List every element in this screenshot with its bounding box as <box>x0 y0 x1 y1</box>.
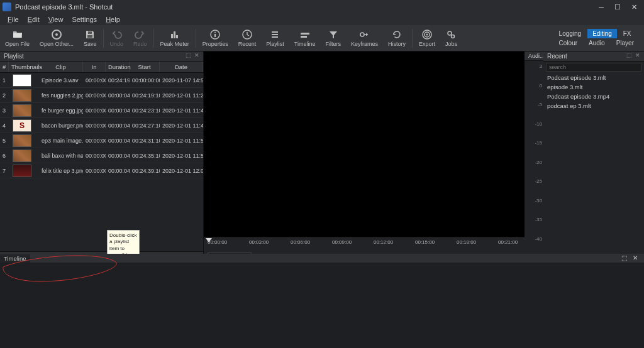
svg-point-16 <box>426 34 428 36</box>
video-preview[interactable] <box>204 52 525 237</box>
maximize-button[interactable]: ☐ <box>614 3 621 11</box>
svg-rect-12 <box>301 36 307 38</box>
ruler-tick: 00:09:00 <box>332 239 352 245</box>
open-other-button[interactable]: Open Other... <box>35 28 79 48</box>
layout-colour[interactable]: Colour <box>554 38 582 48</box>
menu-edit[interactable]: Edit <box>24 16 43 23</box>
gears-icon <box>445 29 457 40</box>
minimize-button[interactable]: ─ <box>597 3 605 11</box>
playlist-header-row: # Thumbnails Clip In Duration Start Date <box>0 62 203 73</box>
close-button[interactable]: ✕ <box>630 3 638 11</box>
peak-meter-button[interactable]: Peak Meter <box>155 28 194 48</box>
ruler-tick: 00:15:00 <box>415 239 435 245</box>
preview-panel: 00:00:0000:03:0000:06:0000:09:0000:12:00… <box>204 52 525 271</box>
thumbnail: S <box>13 119 31 132</box>
keyframes-button[interactable]: Keyframes <box>346 28 383 48</box>
recent-panel: Recent ⬚✕ Podcast episode 3.mltepisode 3… <box>543 52 644 271</box>
titlebar: Podcast episode 3.mlt - Shotcut ─ ☐ ✕ <box>0 0 644 14</box>
thumbnail <box>13 150 31 162</box>
panel-float-icon[interactable]: ⬚ <box>621 254 630 262</box>
svg-point-13 <box>360 33 364 36</box>
panel-close-icon[interactable]: ✕ <box>194 53 201 59</box>
recent-search-input[interactable] <box>546 63 641 72</box>
target-icon <box>421 29 433 40</box>
audio-scale: 30-5-10-15-20-25-30-35-40-50 <box>525 61 543 263</box>
playlist-title: Playlist <box>0 52 203 62</box>
menu-settings[interactable]: Settings <box>68 16 101 23</box>
ruler-tick: 00:18:00 <box>457 239 476 245</box>
timeline-title: Timeline <box>0 254 30 263</box>
open-file-button[interactable]: Open File <box>0 28 35 48</box>
svg-point-18 <box>452 35 455 38</box>
playlist-body: 1Episode 3.wav00:00:00:0000:24:19:1000:0… <box>0 73 203 251</box>
funnel-icon <box>328 29 339 40</box>
list-item[interactable]: podcast ep 3.mlt <box>543 101 644 111</box>
undo-button[interactable]: Undo <box>105 28 129 48</box>
list-item[interactable]: episode 3.mlt <box>543 82 644 92</box>
layout-editing[interactable]: Editing <box>587 29 617 38</box>
table-row[interactable]: 7felix title ep 3.png00:00:00:0000:00:04… <box>0 163 203 178</box>
svg-rect-8 <box>214 34 216 37</box>
panel-float-icon[interactable]: ⬚ <box>626 53 633 59</box>
thumbnail <box>13 134 31 147</box>
thumbnail <box>13 74 31 87</box>
folder-open-icon <box>12 29 23 40</box>
list-item[interactable]: Podcast episode 3.mlt <box>543 73 644 82</box>
list-item[interactable]: Podcast episode 3.mp4 <box>543 92 644 101</box>
save-icon <box>84 29 96 40</box>
history-button[interactable]: History <box>383 28 411 48</box>
layout-switcher: Logging Editing FX Colour Audio Player <box>554 29 644 48</box>
app-icon <box>3 3 11 11</box>
table-row[interactable]: 6bali baxo with name.jpg00:00:00:0000:00… <box>0 148 203 163</box>
svg-point-1 <box>55 33 58 36</box>
panel-float-icon[interactable]: ⬚ <box>186 53 192 59</box>
lower-area: Timeline ⬚ ✕ <box>0 254 644 348</box>
playlist-panel: Playlist ⬚✕ # Thumbnails Clip In Duratio… <box>0 52 204 271</box>
table-row[interactable]: 1Episode 3.wav00:00:00:0000:24:19:1000:0… <box>0 73 203 88</box>
ruler-tick: 00:12:00 <box>374 239 393 245</box>
ruler-tick: 00:00:00 <box>208 239 227 245</box>
menu-file[interactable]: File <box>4 16 23 23</box>
layout-player[interactable]: Player <box>611 38 639 48</box>
svg-rect-4 <box>171 34 173 38</box>
timeline-body[interactable] <box>0 263 644 338</box>
audio-meter-panel: Audi... 30-5-10-15-20-25-30-35-40-50 L R <box>525 52 543 271</box>
key-icon <box>358 29 370 40</box>
main-toolbar: Open File Open Other... Save Undo Redo P… <box>0 25 644 52</box>
filters-button[interactable]: Filters <box>320 28 346 48</box>
meter-icon <box>169 29 180 40</box>
thumbnail <box>13 104 31 117</box>
svg-rect-2 <box>88 31 92 34</box>
menu-view[interactable]: View <box>45 16 67 23</box>
table-row[interactable]: 4Sbacon burger.png00:00:00:0000:00:04:00… <box>0 118 203 133</box>
ruler-tick: 00:06:00 <box>291 239 310 245</box>
svg-point-9 <box>214 32 216 33</box>
svg-rect-6 <box>176 35 178 38</box>
playlist-button[interactable]: Playlist <box>261 28 289 48</box>
menu-help[interactable]: Help <box>102 16 124 23</box>
undo-icon <box>111 29 122 40</box>
thumbnail <box>13 165 31 177</box>
window-title: Podcast episode 3.mlt - Shotcut <box>15 3 597 11</box>
redo-button[interactable]: Redo <box>128 28 152 48</box>
table-row[interactable]: 5ep3 main image.jpg00:00:00:0000:00:04:0… <box>0 133 203 148</box>
layout-logging[interactable]: Logging <box>554 29 587 38</box>
clock-icon <box>242 29 253 40</box>
panel-close-icon[interactable]: ✕ <box>635 53 641 59</box>
svg-point-17 <box>448 31 452 35</box>
thumbnail <box>13 89 31 102</box>
svg-rect-5 <box>174 31 175 38</box>
export-button[interactable]: Export <box>414 28 440 48</box>
table-row[interactable]: 2fes nuggies 2.jpg00:00:00:0000:00:04:00… <box>0 88 203 103</box>
save-button[interactable]: Save <box>79 28 102 48</box>
properties-button[interactable]: Properties <box>197 28 233 48</box>
table-row[interactable]: 3fe burger egg.jpg00:00:00:0000:00:04:00… <box>0 103 203 118</box>
jobs-button[interactable]: Jobs <box>440 28 462 48</box>
timeline-button[interactable]: Timeline <box>289 28 321 48</box>
recent-button[interactable]: Recent <box>233 28 262 48</box>
time-ruler[interactable]: 00:00:0000:03:0000:06:0000:09:0000:12:00… <box>204 237 525 251</box>
menubar: File Edit View Settings Help <box>0 14 644 25</box>
panel-close-icon[interactable]: ✕ <box>633 254 641 262</box>
layout-fx[interactable]: FX <box>618 29 636 38</box>
layout-audio[interactable]: Audio <box>584 38 610 48</box>
